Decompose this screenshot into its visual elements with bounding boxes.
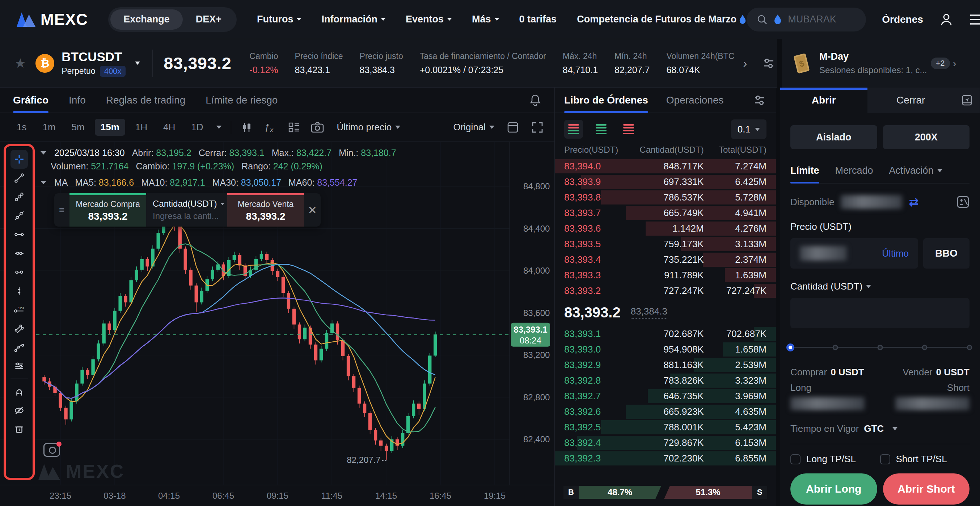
time-in-force-select[interactable]: Tiempo en Vigor GTC [791,423,969,434]
collapse-chevron-icon[interactable] [41,151,46,154]
slider-dot[interactable] [786,344,794,352]
nav-menu-item[interactable]: 0 tarifas [519,14,557,25]
leverage-button[interactable]: 200X [883,125,970,149]
tab-cerrar[interactable]: Cerrar [867,88,955,113]
hamburger-menu-icon[interactable] [969,14,980,25]
ask-row[interactable]: 83,393.5759.173K3.133M [555,236,776,252]
tool-extended-line-icon[interactable] [11,206,28,225]
calculator-icon[interactable] [956,196,969,208]
pair-selector[interactable]: BTCUSDT Perpetuo 400x [62,50,126,77]
nav-segment-dex+[interactable]: DEX+ [183,10,234,30]
market-buy-button[interactable]: Mercado Compra 83,393.2 [70,193,146,227]
use-last-price-button[interactable]: Último [882,248,909,259]
margin-mode-button[interactable]: Aislado [791,125,877,149]
bid-row[interactable]: 83,392.3702.230K6.855M [555,450,776,466]
ask-row[interactable]: 83,394.0848.717K7.274M [555,159,776,174]
timeframe-dropdown-icon[interactable] [216,126,221,129]
ask-row[interactable]: 83,393.2727.247K727.247K [555,283,776,299]
tool-flat-lines-icon[interactable] [11,357,28,376]
bbo-button[interactable]: BBO [923,238,969,269]
ticker-settings-icon[interactable] [762,56,776,70]
nav-menu-item[interactable]: Más [472,14,499,25]
collapse-chevron-icon[interactable] [41,181,46,184]
fx-indicator-icon[interactable]: ƒx [264,121,277,134]
tool-horizontal-ray-icon[interactable] [11,225,28,244]
market-sell-button[interactable]: Mercado Venta 83,393.2 [227,193,304,227]
mexc-logo[interactable]: MEXC [16,11,88,29]
orderbook-settings-icon[interactable] [753,93,767,107]
mday-promo-card[interactable]: $ M-Day Sesiones disponibles: 1, c... +2… [777,39,980,88]
stats-scroll-right-icon[interactable]: › [743,56,747,70]
ask-row[interactable]: 83,393.9697.331K6.425M [555,174,776,190]
tool-vertical-line-icon[interactable] [11,282,28,301]
favorite-star-icon[interactable]: ★ [14,56,26,71]
quick-qty-input[interactable]: Cantidad(USDT) Ingresa la canti... [146,193,227,227]
bid-row[interactable]: 83,392.4729.867K6.153M [555,435,776,450]
mday-chevron-icon[interactable]: › [953,57,956,70]
ask-row[interactable]: 83,393.3911.789K1.639M [555,267,776,283]
tool-magnet-icon[interactable] [11,382,28,401]
price-input[interactable]: Último [791,238,918,269]
panel-layout-icon[interactable] [507,121,519,134]
orderbook-mode-asks-icon[interactable] [619,120,638,138]
timeframe-1s[interactable]: 1s [11,119,32,136]
bid-row[interactable]: 83,393.1702.687K702.687K [555,326,776,342]
close-icon[interactable]: ✕ [304,193,321,227]
chart-canvas[interactable]: 84,80084,40084,00083,60083,20082,80082,4… [0,142,554,506]
tab-abrir[interactable]: Abrir [780,88,867,113]
ask-row[interactable]: 83,393.61.142M4.276M [555,221,776,236]
slider-dot[interactable] [832,345,838,350]
open-long-button[interactable]: Abrir Long [791,473,877,504]
drag-handle-icon[interactable]: ≡ [54,193,70,227]
nav-menu-item[interactable]: Eventos [406,14,452,25]
profile-icon[interactable] [939,12,954,27]
slider-dot[interactable] [967,345,972,350]
bid-row[interactable]: 83,393.0954.908K1.658M [555,342,776,357]
nav-menu-item[interactable]: Competencia de Futuros de Marzo [577,14,746,25]
orderbook-mode-bids-icon[interactable] [592,120,611,138]
fullscreen-icon[interactable] [531,121,544,134]
orderbook-tab-libro-de-órdenes[interactable]: Libro de Órdenes [564,88,648,113]
camera-icon[interactable] [311,122,324,133]
tool-price-note-icon[interactable]: 123 [11,301,28,319]
quantity-slider[interactable] [791,343,969,352]
order-type-activación[interactable]: Activación [889,165,942,183]
timeframe-1m[interactable]: 1m [37,119,61,136]
orderbook-tab-operaciones[interactable]: Operaciones [666,88,724,113]
pair-dropdown-icon[interactable] [135,62,140,65]
tab-reglas-de-trading[interactable]: Reglas de trading [106,88,185,113]
long-tpsl-checkbox[interactable] [791,454,800,465]
tool-parallel-channel-icon[interactable] [11,319,28,338]
order-type-límite[interactable]: Límite [791,165,819,183]
alert-bell-icon[interactable] [529,94,541,107]
nav-segment-exchange[interactable]: Exchange [110,10,183,30]
open-short-button[interactable]: Abrir Short [883,473,970,504]
mark-price[interactable]: 83,384.3 [631,306,667,319]
ask-row[interactable]: 83,393.8786.537K5.728M [555,190,776,205]
transfer-icon[interactable]: ⇄ [909,195,918,209]
quantity-input[interactable] [791,298,969,328]
tool-remove-drawings-icon[interactable] [11,420,28,438]
tool-cross-line-icon[interactable] [11,263,28,282]
tab-info[interactable]: Info [69,88,86,113]
tab-límite-de-riesgo[interactable]: Límite de riesgo [205,88,278,113]
nav-menu-item[interactable]: Futuros [257,14,301,25]
ask-row[interactable]: 83,393.7665.749K4.941M [555,205,776,221]
slider-dot[interactable] [877,345,883,350]
chart-snapshot-icon[interactable] [43,443,60,457]
timeframe-4H[interactable]: 4H [158,119,181,136]
indicators-icon[interactable] [241,121,253,134]
short-tpsl-toggle[interactable]: Short TP/SL [880,453,970,465]
short-tpsl-checkbox[interactable] [880,454,890,465]
long-tpsl-toggle[interactable]: Long TP/SL [791,453,880,465]
bid-row[interactable]: 83,392.9881.163K2.539M [555,357,776,373]
price-source-select[interactable]: Último precio [337,122,401,133]
bid-row[interactable]: 83,392.5788.001K5.423M [555,420,776,435]
layout-grid-icon[interactable] [288,121,300,134]
timeframe-5m[interactable]: 5m [66,119,91,136]
tool-info-line-icon[interactable] [11,188,28,206]
ask-row[interactable]: 83,393.4735.221K2.374M [555,252,776,267]
tool-crosshair-icon[interactable] [11,150,28,169]
tool-pitchfork-icon[interactable] [11,338,28,357]
orders-link[interactable]: Órdenes [882,14,923,25]
